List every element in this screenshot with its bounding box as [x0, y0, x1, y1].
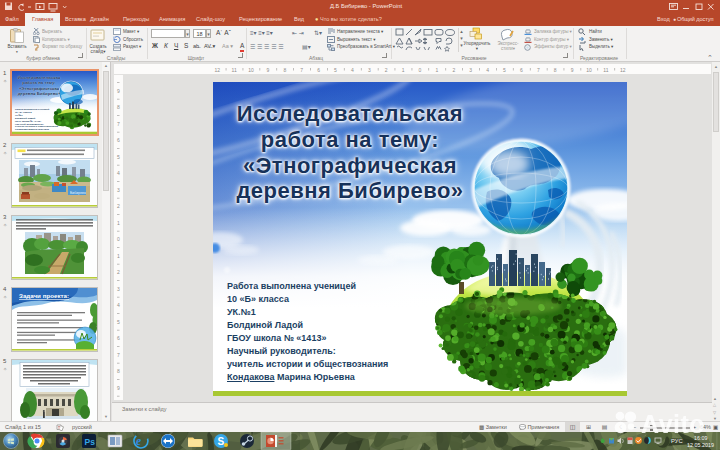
- svg-text:10: 10: [586, 67, 592, 73]
- svg-text:5: 5: [117, 154, 120, 160]
- svg-text:1: 1: [117, 253, 120, 259]
- svg-text:Ps: Ps: [85, 437, 96, 447]
- svg-text:12: 12: [214, 67, 220, 73]
- svg-text:e: e: [136, 435, 141, 447]
- svg-text:4: 4: [117, 302, 120, 308]
- svg-text:5: 5: [334, 67, 337, 73]
- svg-text:4: 4: [117, 170, 120, 176]
- svg-text:8: 8: [117, 104, 120, 110]
- svg-text:Задачи проекта:: Задачи проекта:: [19, 292, 69, 299]
- svg-text:10: 10: [248, 67, 254, 73]
- svg-text:2: 2: [117, 203, 120, 209]
- svg-text:4: 4: [486, 67, 489, 73]
- svg-text:7: 7: [300, 67, 303, 73]
- svg-text:8: 8: [554, 67, 557, 73]
- svg-text:6: 6: [317, 67, 320, 73]
- svg-text:3: 3: [368, 67, 371, 73]
- svg-text:Бибирево: Бибирево: [70, 191, 86, 195]
- svg-text:8: 8: [117, 368, 120, 374]
- svg-text:12: 12: [620, 67, 626, 73]
- svg-text:6: 6: [117, 137, 120, 143]
- svg-text:11: 11: [231, 67, 236, 73]
- svg-text:1: 1: [117, 220, 120, 226]
- svg-text:5: 5: [503, 67, 506, 73]
- svg-text:7: 7: [117, 121, 120, 127]
- svg-text:9: 9: [117, 385, 120, 391]
- svg-text:6: 6: [520, 67, 523, 73]
- svg-text:0: 0: [419, 67, 422, 73]
- svg-text:7: 7: [117, 352, 120, 358]
- svg-text:3: 3: [117, 187, 120, 193]
- svg-text:9: 9: [267, 67, 270, 73]
- svg-text:12.05.2019: 12.05.2019: [687, 442, 714, 448]
- svg-text:5: 5: [117, 319, 120, 325]
- svg-text:1: 1: [436, 67, 439, 73]
- svg-text:4: 4: [351, 67, 354, 73]
- svg-text:2: 2: [452, 67, 455, 73]
- svg-text:3: 3: [117, 286, 120, 292]
- svg-text:9: 9: [117, 88, 120, 94]
- svg-text:6: 6: [117, 335, 120, 341]
- svg-text:8: 8: [283, 67, 286, 73]
- svg-text:11: 11: [603, 67, 608, 73]
- svg-text:9: 9: [571, 67, 574, 73]
- svg-text:2: 2: [117, 269, 120, 275]
- svg-text:0: 0: [117, 236, 120, 242]
- svg-text:7: 7: [537, 67, 540, 73]
- svg-text:3: 3: [469, 67, 472, 73]
- svg-text:Avito: Avito: [641, 410, 705, 437]
- svg-text:S: S: [218, 436, 225, 447]
- svg-text:2: 2: [385, 67, 388, 73]
- svg-text:1: 1: [402, 67, 405, 73]
